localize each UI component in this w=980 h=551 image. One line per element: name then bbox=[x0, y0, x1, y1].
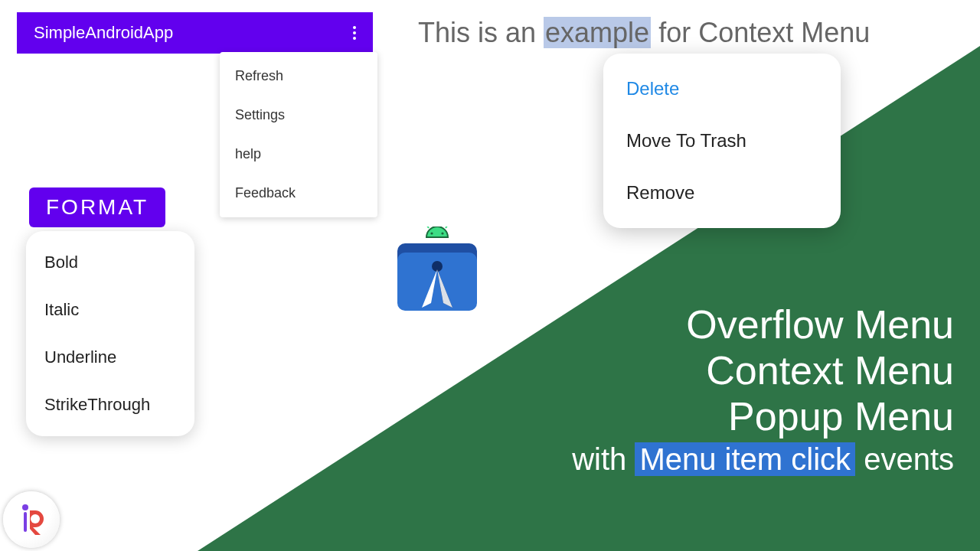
svg-point-8 bbox=[432, 261, 443, 272]
selected-word[interactable]: example bbox=[544, 17, 651, 48]
popup-item-italic[interactable]: Italic bbox=[26, 286, 194, 334]
context-item-trash[interactable]: Move To Trash bbox=[603, 115, 841, 167]
sub-before: with bbox=[572, 442, 635, 476]
sub-highlight: Menu item click bbox=[635, 442, 855, 476]
overflow-item-refresh[interactable]: Refresh bbox=[220, 57, 377, 96]
svg-line-4 bbox=[426, 227, 429, 228]
app-title: SimpleAndroidApp bbox=[34, 23, 173, 43]
channel-logo-icon bbox=[3, 491, 60, 548]
title-line-3: Popup Menu bbox=[572, 394, 954, 440]
overflow-item-feedback[interactable]: Feedback bbox=[220, 174, 377, 213]
example-after: for Context Menu bbox=[651, 17, 870, 48]
overflow-item-settings[interactable]: Settings bbox=[220, 96, 377, 135]
title-line-1: Overflow Menu bbox=[572, 302, 954, 348]
android-studio-icon bbox=[387, 227, 486, 329]
popup-item-strikethrough[interactable]: StrikeThrough bbox=[26, 381, 194, 429]
sub-after: events bbox=[855, 442, 954, 476]
popup-item-bold[interactable]: Bold bbox=[26, 239, 194, 286]
popup-menu: Bold Italic Underline StrikeThrough bbox=[26, 231, 194, 436]
svg-point-3 bbox=[441, 232, 443, 234]
context-item-delete[interactable]: Delete bbox=[603, 63, 841, 115]
example-before: This is an bbox=[418, 17, 544, 48]
svg-line-5 bbox=[446, 227, 449, 228]
overflow-menu: Refresh Settings help Feedback bbox=[220, 52, 377, 217]
app-bar: SimpleAndroidApp bbox=[17, 12, 373, 54]
overflow-icon[interactable] bbox=[347, 20, 362, 46]
context-menu: Delete Move To Trash Remove bbox=[603, 54, 841, 228]
svg-point-2 bbox=[430, 232, 433, 234]
svg-point-11 bbox=[31, 514, 40, 523]
context-item-remove[interactable]: Remove bbox=[603, 167, 841, 219]
popup-item-underline[interactable]: Underline bbox=[26, 334, 194, 381]
title-block: Overflow Menu Context Menu Popup Menu wi… bbox=[572, 302, 954, 477]
subtitle: with Menu item click events bbox=[572, 442, 954, 477]
title-line-2: Context Menu bbox=[572, 348, 954, 394]
svg-point-9 bbox=[22, 504, 28, 510]
example-text: This is an example for Context Menu bbox=[418, 17, 870, 49]
svg-rect-10 bbox=[24, 512, 27, 532]
overflow-item-help[interactable]: help bbox=[220, 135, 377, 174]
format-button[interactable]: FORMAT bbox=[29, 187, 165, 227]
